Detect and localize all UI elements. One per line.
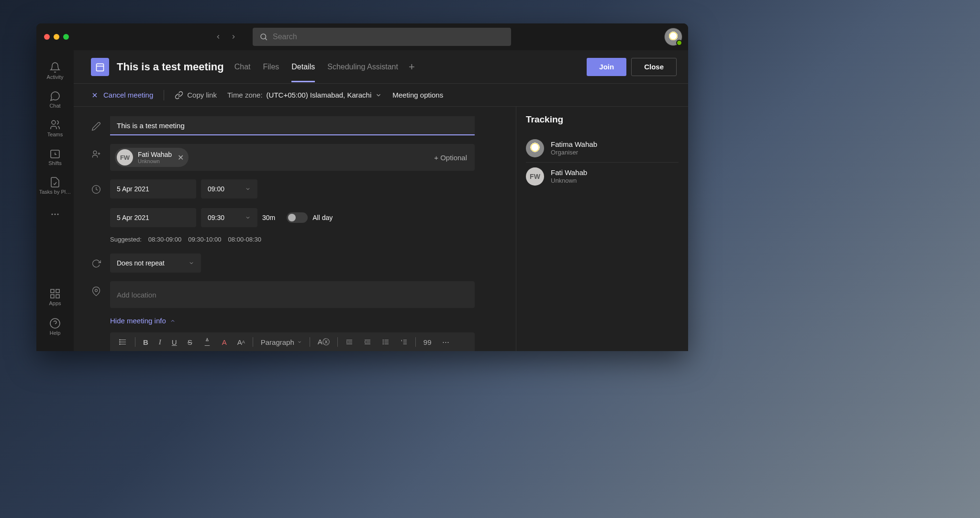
svg-point-2 — [52, 121, 56, 124]
tracking-panel: Tracking Fatima Wahab Organiser FW Fati … — [516, 107, 688, 351]
clear-formatting-button[interactable]: Aⓧ — [315, 338, 333, 347]
forward-button[interactable] — [228, 31, 239, 43]
user-avatar[interactable] — [664, 28, 682, 46]
sidebar-item-apps[interactable]: Apps — [36, 283, 74, 311]
attendee-avatar: FW — [526, 167, 544, 186]
format-options-button[interactable] — [116, 338, 130, 346]
apps-icon — [49, 288, 61, 299]
suggested-slot-2[interactable]: 09:30-10:00 — [188, 236, 221, 243]
more-formatting-button[interactable]: ⋯ — [439, 338, 452, 346]
sidebar-item-chat[interactable]: Chat — [36, 86, 74, 113]
titlebar — [36, 23, 688, 50]
chevron-down-icon — [189, 260, 194, 266]
sidebar-item-activity[interactable]: Activity — [36, 57, 74, 85]
sidebar-item-help[interactable]: Help — [36, 313, 74, 341]
search-input[interactable] — [273, 33, 504, 41]
hide-meeting-info-button[interactable]: Hide meeting info — [110, 317, 501, 325]
paragraph-style-select[interactable]: Paragraph — [258, 338, 305, 346]
maximize-window-button[interactable] — [63, 34, 69, 40]
attendee-name: Fati Wahab — [138, 151, 172, 158]
svg-point-17 — [93, 151, 97, 154]
app-window: Activity Chat Teams Shifts Tasks by Pl… — [36, 23, 688, 351]
svg-rect-13 — [97, 64, 104, 71]
optional-attendees-button[interactable]: + Optional — [434, 154, 470, 162]
start-time-value: 09:00 — [208, 185, 224, 193]
add-tab-button[interactable]: + — [406, 61, 418, 73]
sidebar-item-more[interactable] — [36, 200, 74, 228]
sidebar-label: Activity — [47, 74, 64, 80]
remove-attendee-button[interactable]: ✕ — [178, 153, 184, 162]
bullet-list-button[interactable] — [379, 338, 392, 346]
quote-button[interactable]: 99 — [421, 338, 434, 346]
main-content: This is a test meeting Chat Files Detail… — [74, 50, 688, 351]
sidebar-item-shifts[interactable]: Shifts — [36, 143, 74, 171]
help-icon — [49, 318, 61, 329]
attendee-field[interactable]: FW Fati Wahab Unknown ✕ + Optional — [110, 144, 475, 171]
bold-button[interactable]: B — [140, 338, 151, 346]
minimize-window-button[interactable] — [54, 34, 59, 40]
organiser-avatar — [526, 139, 544, 157]
start-date-input[interactable] — [110, 179, 196, 198]
meeting-title-input[interactable] — [110, 116, 475, 135]
svg-point-11 — [50, 319, 60, 328]
repeat-select[interactable]: Does not repeat — [110, 253, 201, 273]
chat-icon — [49, 90, 61, 102]
svg-point-27 — [120, 344, 121, 345]
sidebar-item-teams[interactable]: Teams — [36, 114, 74, 142]
suggested-slot-3[interactable]: 08:00-08:30 — [228, 236, 261, 243]
suggested-times-row: Suggested: 08:30-09:00 09:30-10:00 08:00… — [110, 236, 501, 243]
close-icon — [91, 91, 99, 99]
end-date-input[interactable] — [110, 208, 196, 227]
svg-point-4 — [52, 214, 53, 215]
start-datetime-row: 09:00 — [110, 179, 333, 198]
all-day-toggle[interactable] — [287, 212, 308, 223]
chevron-up-icon — [170, 318, 176, 324]
strikethrough-button[interactable]: S — [185, 338, 195, 346]
sidebar-label: Teams — [47, 132, 63, 137]
timezone-select[interactable]: Time zone: (UTC+05:00) Islamabad, Karach… — [227, 91, 382, 99]
numbered-list-button[interactable] — [397, 338, 411, 346]
close-window-button[interactable] — [44, 34, 50, 40]
highlight-button[interactable] — [200, 338, 214, 346]
tab-details[interactable]: Details — [291, 52, 315, 82]
font-color-button[interactable]: A — [219, 338, 230, 346]
underline-button[interactable]: U — [169, 338, 180, 346]
header-actions: Join Close — [587, 58, 677, 76]
meeting-options-button[interactable]: Meeting options — [392, 91, 443, 99]
svg-rect-7 — [51, 289, 54, 293]
italic-button[interactable]: I — [156, 338, 164, 346]
organiser-name: Fatima Wahab — [551, 140, 597, 149]
end-time-select[interactable]: 09:30 — [201, 208, 257, 227]
svg-point-38 — [383, 340, 383, 340]
sidebar-label: Help — [50, 330, 61, 336]
font-size-button[interactable]: AA — [234, 338, 248, 346]
attendee-role: Unknown — [551, 177, 587, 185]
copy-link-button[interactable]: Copy link — [175, 91, 217, 99]
close-button[interactable]: Close — [631, 58, 677, 76]
sidebar-bottom: Apps Help — [36, 283, 74, 351]
tab-scheduling-assistant[interactable]: Scheduling Assistant — [327, 52, 398, 82]
indent-decrease-button[interactable] — [343, 338, 356, 346]
attendees-row: FW Fati Wahab Unknown ✕ + Optional — [91, 144, 501, 171]
attendee-chip: FW Fati Wahab Unknown ✕ — [115, 148, 189, 167]
chevron-down-icon — [297, 340, 302, 344]
tab-files[interactable]: Files — [263, 52, 279, 82]
repeat-icon — [91, 258, 101, 269]
divider — [164, 90, 164, 100]
page-header: This is a test meeting Chat Files Detail… — [74, 50, 688, 84]
indent-increase-button[interactable] — [361, 338, 374, 346]
search-icon — [259, 33, 268, 41]
cancel-meeting-button[interactable]: Cancel meeting — [91, 91, 153, 99]
location-input[interactable] — [110, 281, 475, 308]
join-button[interactable]: Join — [587, 58, 626, 76]
svg-rect-10 — [51, 295, 54, 298]
back-button[interactable] — [212, 31, 224, 43]
svg-point-26 — [120, 342, 121, 342]
sidebar-item-tasks[interactable]: Tasks by Pl… — [36, 172, 74, 199]
chevron-down-icon — [245, 186, 251, 192]
search-box[interactable] — [253, 28, 511, 46]
suggested-slot-1[interactable]: 08:30-09:00 — [148, 236, 181, 243]
start-time-select[interactable]: 09:00 — [201, 179, 257, 198]
tab-chat[interactable]: Chat — [234, 52, 251, 82]
all-day-label: All day — [312, 214, 333, 221]
